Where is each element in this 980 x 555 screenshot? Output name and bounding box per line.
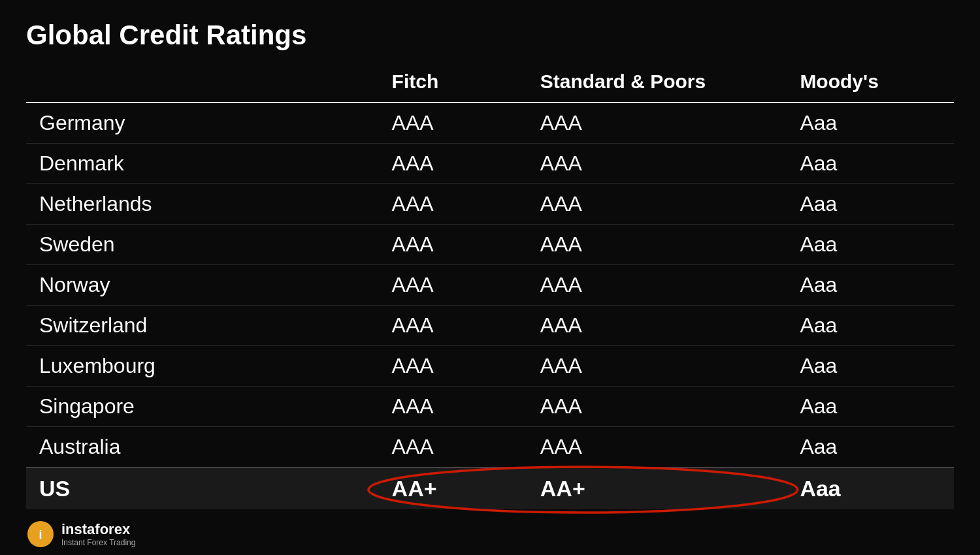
moodys-cell: Aaa: [787, 103, 954, 144]
sp-cell: AAA: [527, 346, 787, 387]
country-cell: Switzerland: [26, 306, 379, 346]
fitch-cell: AAA: [379, 184, 527, 225]
page-title: Global Credit Ratings: [26, 20, 954, 51]
table-row: SwitzerlandAAAAAAAaa: [26, 306, 954, 346]
col-header-country: [26, 64, 379, 103]
table-row: NetherlandsAAAAAAAaa: [26, 184, 954, 225]
table-row: DenmarkAAAAAAAaa: [26, 144, 954, 184]
fitch-cell: AAA: [379, 225, 527, 265]
logo-tagline: Instant Forex Trading: [61, 538, 135, 547]
sp-cell: AAA: [527, 387, 787, 427]
instaforex-icon: i: [26, 520, 55, 548]
col-header-sp: Standard & Poors: [527, 64, 787, 103]
sp-cell: AAA: [527, 265, 787, 306]
sp-cell: AAA: [527, 225, 787, 265]
moodys-cell: Aaa: [787, 144, 954, 184]
moodys-cell: Aaa: [787, 184, 954, 225]
svg-text:i: i: [39, 528, 42, 541]
fitch-cell: AAA: [379, 103, 527, 144]
table-row: USAA+AA+Aaa: [26, 468, 954, 509]
country-cell: Luxembourg: [26, 346, 379, 387]
country-cell: Denmark: [26, 144, 379, 184]
fitch-cell: AAA: [379, 265, 527, 306]
country-cell: Singapore: [26, 387, 379, 427]
moodys-cell: Aaa: [787, 346, 954, 387]
moodys-cell: Aaa: [787, 306, 954, 346]
table-row: AustraliaAAAAAAAaa: [26, 427, 954, 468]
fitch-cell: AAA: [379, 427, 527, 468]
sp-cell: AA+: [527, 468, 787, 509]
country-cell: Sweden: [26, 225, 379, 265]
sp-cell: AAA: [527, 184, 787, 225]
sp-cell: AAA: [527, 306, 787, 346]
footer: i instaforex Instant Forex Trading: [26, 516, 954, 548]
table-row: SwedenAAAAAAAaa: [26, 225, 954, 265]
country-cell: Germany: [26, 103, 379, 144]
fitch-cell: AAA: [379, 306, 527, 346]
country-cell: US: [26, 468, 379, 509]
fitch-cell: AAA: [379, 144, 527, 184]
country-cell: Norway: [26, 265, 379, 306]
table-row: GermanyAAAAAAAaa: [26, 103, 954, 144]
moodys-cell: Aaa: [787, 265, 954, 306]
moodys-cell: Aaa: [787, 225, 954, 265]
table-row: SingaporeAAAAAAAaa: [26, 387, 954, 427]
col-header-moodys: Moody's: [787, 64, 954, 103]
logo-name: instaforex: [61, 521, 135, 538]
sp-cell: AAA: [527, 144, 787, 184]
country-cell: Netherlands: [26, 184, 379, 225]
sp-cell: AAA: [527, 427, 787, 468]
col-header-fitch: Fitch: [379, 64, 527, 103]
instaforex-logo: i instaforex Instant Forex Trading: [26, 520, 135, 548]
sp-cell: AAA: [527, 103, 787, 144]
moodys-cell: Aaa: [787, 468, 954, 509]
table-row: LuxembourgAAAAAAAaa: [26, 346, 954, 387]
fitch-cell: AAA: [379, 346, 527, 387]
country-cell: Australia: [26, 427, 379, 468]
ratings-table: Fitch Standard & Poors Moody's GermanyAA…: [26, 64, 954, 509]
fitch-cell: AA+: [379, 468, 527, 509]
table-row: NorwayAAAAAAAaa: [26, 265, 954, 306]
moodys-cell: Aaa: [787, 427, 954, 468]
table-header-row: Fitch Standard & Poors Moody's: [26, 64, 954, 103]
fitch-cell: AAA: [379, 387, 527, 427]
table-container: Fitch Standard & Poors Moody's GermanyAA…: [26, 64, 954, 509]
moodys-cell: Aaa: [787, 387, 954, 427]
